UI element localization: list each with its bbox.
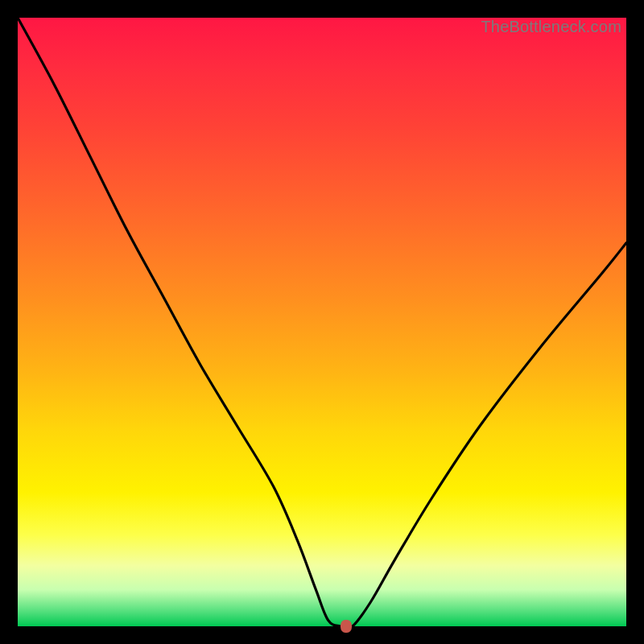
plot-area: TheBottleneck.com — [18, 18, 626, 626]
bottleneck-curve-path — [18, 18, 626, 626]
curve-svg — [18, 18, 626, 626]
min-marker — [341, 620, 352, 633]
chart-frame: TheBottleneck.com — [0, 0, 644, 644]
